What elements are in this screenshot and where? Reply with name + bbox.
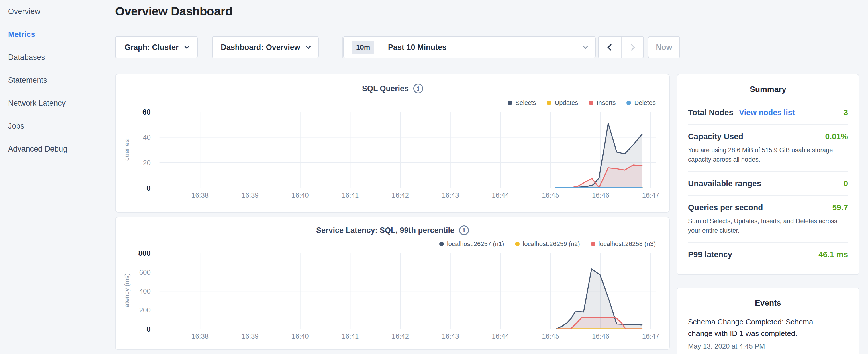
summary-row-value: 59.7 — [833, 203, 848, 212]
svg-text:16:47: 16:47 — [642, 191, 659, 199]
summary-row-label: Capacity Used — [688, 132, 743, 141]
sql-queries-plot[interactable]: 16:3816:3916:4016:4116:4216:4316:4416:45… — [116, 74, 669, 212]
svg-text:16:47: 16:47 — [642, 332, 659, 340]
dashboard-selector-dropdown[interactable]: Dashboard: Overview — [212, 36, 319, 58]
sidebar-item-databases[interactable]: Databases — [0, 46, 115, 69]
chart-legend: SelectsUpdatesInsertsDeletes — [507, 99, 656, 106]
legend-dot-icon — [591, 242, 595, 246]
legend-dot-icon — [515, 242, 520, 246]
info-icon[interactable]: i — [459, 225, 469, 235]
svg-text:600: 600 — [139, 268, 151, 276]
time-range-badge: 10m — [352, 41, 374, 54]
svg-text:16:42: 16:42 — [392, 191, 409, 199]
summary-row-label: P99 latency — [688, 250, 732, 259]
events-title: Events — [677, 298, 859, 308]
svg-text:60: 60 — [143, 108, 151, 116]
legend-item[interactable]: localhost:26258 (n3) — [591, 240, 656, 248]
legend-dot-icon — [626, 100, 631, 105]
view-nodes-list-link[interactable]: View nodes list — [739, 108, 795, 117]
svg-text:16:43: 16:43 — [442, 191, 459, 199]
event-item: Schema Change Completed: Schema change w… — [688, 316, 848, 350]
summary-panel: Summary Total NodesView nodes list3Capac… — [677, 74, 859, 275]
sidebar-item-network-latency[interactable]: Network Latency — [0, 92, 115, 115]
chevron-right-icon — [628, 44, 635, 51]
summary-row-description: Sum of Selects, Updates, Inserts, and De… — [688, 216, 848, 235]
chart-header: Service Latency: SQL, 99th percentile i — [116, 225, 669, 235]
chart-title: Service Latency: SQL, 99th percentile — [316, 226, 455, 235]
graph-selector-dropdown[interactable]: Graph: Cluster — [115, 36, 198, 58]
summary-row-label: Total Nodes — [688, 108, 733, 117]
legend-item[interactable]: Deletes — [626, 99, 656, 106]
svg-text:16:40: 16:40 — [292, 191, 309, 199]
db-console-page: Overview Metrics Databases Statements Ne… — [0, 0, 868, 354]
summary-row: P99 latency46.1 ms — [688, 242, 848, 266]
chevron-down-icon — [184, 44, 189, 49]
event-text: Schema Change Completed: Schema change w… — [688, 316, 816, 340]
legend-item[interactable]: localhost:26259 (n2) — [515, 240, 580, 248]
summary-row-label: Unavailable ranges — [688, 179, 761, 188]
prev-range-button[interactable] — [599, 37, 621, 58]
chart-header: SQL Queries i — [116, 84, 669, 93]
legend-label: Inserts — [597, 99, 616, 106]
legend-item[interactable]: localhost:26257 (n1) — [439, 240, 504, 248]
time-range-selector[interactable]: 10m Past 10 Minutes — [343, 36, 596, 58]
toolbar-divider — [342, 37, 343, 58]
legend-label: Selects — [515, 99, 536, 106]
events-panel: Events Schema Change Completed: Schema c… — [677, 288, 859, 354]
summary-row-value: 3 — [843, 108, 848, 117]
svg-text:16:44: 16:44 — [492, 191, 509, 199]
svg-text:16:38: 16:38 — [191, 191, 209, 199]
legend-label: localhost:26257 (n1) — [447, 240, 504, 248]
sidebar-item-metrics[interactable]: Metrics — [0, 23, 115, 46]
svg-text:0: 0 — [147, 325, 150, 333]
summary-row-value: 0.01% — [825, 132, 848, 141]
svg-text:16:40: 16:40 — [292, 332, 309, 340]
chevron-left-icon — [607, 44, 614, 51]
chevron-down-icon — [583, 44, 588, 49]
svg-text:200: 200 — [139, 306, 151, 314]
legend-label: localhost:26259 (n2) — [523, 240, 580, 248]
toolbar: Graph: Cluster Dashboard: Overview 10m P… — [115, 36, 717, 58]
time-range-label: Past 10 Minutes — [388, 43, 446, 52]
chart-legend: localhost:26257 (n1)localhost:26259 (n2)… — [439, 240, 656, 248]
svg-text:20: 20 — [143, 159, 151, 167]
next-range-button[interactable] — [621, 37, 643, 58]
svg-text:40: 40 — [143, 133, 151, 141]
sidebar-item-advanced-debug[interactable]: Advanced Debug — [0, 137, 115, 160]
summary-row: Unavailable ranges0 — [688, 171, 848, 195]
service-latency-plot[interactable]: 16:3816:3916:4016:4116:4216:4316:4416:45… — [116, 217, 669, 349]
sql-queries-chart-card: 16:3816:3916:4016:4116:4216:4316:4416:45… — [115, 74, 670, 213]
summary-row: Queries per second59.7Sum of Selects, Up… — [688, 195, 848, 242]
legend-dot-icon — [547, 100, 551, 105]
svg-text:16:39: 16:39 — [242, 332, 259, 340]
summary-row-label: Queries per second — [688, 203, 763, 212]
sidebar-item-statements[interactable]: Statements — [0, 69, 115, 92]
summary-row: Total NodesView nodes list3 — [688, 101, 848, 124]
legend-item[interactable]: Updates — [547, 99, 578, 106]
summary-row-value: 46.1 ms — [818, 250, 848, 259]
page-title: Overview Dashboard — [115, 5, 232, 18]
legend-item[interactable]: Inserts — [589, 99, 616, 106]
summary-rows: Total NodesView nodes list3Capacity Used… — [688, 101, 848, 266]
info-icon[interactable]: i — [413, 84, 423, 93]
legend-item[interactable]: Selects — [507, 99, 536, 106]
legend-dot-icon — [589, 100, 593, 105]
svg-text:16:46: 16:46 — [592, 191, 609, 199]
now-button[interactable]: Now — [648, 36, 680, 58]
svg-text:16:43: 16:43 — [442, 332, 459, 340]
sidebar-item-jobs[interactable]: Jobs — [0, 115, 115, 137]
sidebar-item-overview[interactable]: Overview — [0, 0, 115, 23]
svg-text:16:42: 16:42 — [392, 332, 409, 340]
svg-text:16:41: 16:41 — [342, 191, 359, 199]
summary-row: Capacity Used0.01%You are using 28.6 MiB… — [688, 124, 848, 171]
svg-text:16:46: 16:46 — [592, 332, 609, 340]
svg-text:400: 400 — [139, 287, 151, 295]
legend-label: Updates — [555, 99, 578, 106]
summary-row-value: 0 — [843, 179, 848, 188]
svg-text:latency (ms): latency (ms) — [123, 273, 130, 309]
legend-label: Deletes — [634, 99, 656, 106]
svg-text:16:38: 16:38 — [191, 332, 209, 340]
legend-label: localhost:26258 (n3) — [599, 240, 656, 248]
dashboard-selector-label: Dashboard: Overview — [221, 43, 300, 52]
svg-text:16:45: 16:45 — [542, 191, 559, 199]
